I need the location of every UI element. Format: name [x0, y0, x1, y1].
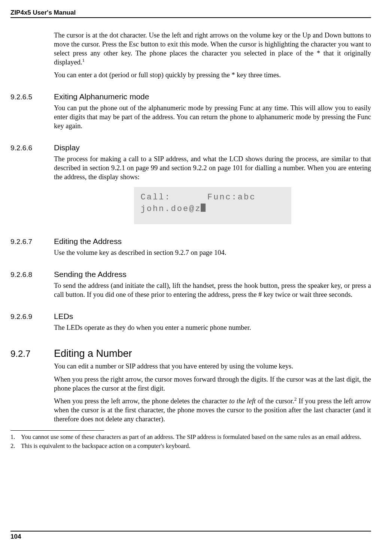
footnote-1-text: You cannot use some of these characters … [21, 433, 361, 441]
footnote-rule [10, 430, 104, 431]
footnote-1: 1. You cannot use some of these characte… [10, 433, 371, 441]
intro-paragraph-2: You can enter a dot (period or full stop… [54, 70, 371, 79]
section-9-2-7-p2: When you press the right arrow, the curs… [54, 375, 371, 393]
section-9-2-6-6-heading: 9.2.6.6 Display [10, 143, 371, 152]
section-number: 9.2.6.8 [10, 271, 54, 279]
section-number: 9.2.6.7 [10, 238, 54, 246]
section-title: Sending the Address [54, 270, 127, 279]
footnote-1-num: 1. [10, 433, 21, 441]
section-number: 9.2.6.5 [10, 93, 54, 101]
lcd-line-1: Call: Func:abc [141, 192, 285, 204]
section-9-2-6-7-body: Use the volume key as described in secti… [54, 248, 371, 257]
section-number: 9.2.6.9 [10, 313, 54, 321]
footnote-ref-2: 2 [294, 396, 297, 401]
section-9-2-7-heading: 9.2.7 Editing a Number [10, 348, 371, 359]
section-9-2-6-5-heading: 9.2.6.5 Exiting Alphanumeric mode [10, 92, 371, 101]
p3-part-b: of the cursor. [256, 397, 294, 405]
p3-italic: to the left [229, 397, 256, 405]
lcd-display: Call: Func:abc john.doe@z [134, 187, 291, 225]
footnotes: 1. You cannot use some of these characte… [10, 433, 371, 451]
section-number: 9.2.6.6 [10, 144, 54, 152]
header-rule [10, 17, 371, 18]
footnote-2-text: This is equivalent to the backspace acti… [21, 442, 190, 450]
intro-p1-text: The cursor is at the dot character. Use … [54, 31, 371, 66]
section-9-2-6-7-heading: 9.2.6.7 Editing the Address [10, 237, 371, 246]
section-9-2-6-6-body: The process for making a call to a SIP a… [54, 154, 371, 181]
footnote-2-num: 2. [10, 442, 21, 450]
section-number: 9.2.7 [10, 349, 54, 359]
intro-paragraph-1: The cursor is at the dot character. Use … [54, 31, 371, 67]
section-title: LEDs [54, 312, 73, 321]
running-header: ZIP4x5 User's Manual [10, 9, 371, 16]
section-9-2-6-5-body: You can put the phone out of the alphanu… [54, 103, 371, 130]
footnote-ref-1: 1 [82, 57, 85, 63]
section-title: Editing the Address [54, 237, 122, 246]
page-footer: 104 [10, 531, 371, 541]
section-9-2-7-p3: When you press the left arrow, the phone… [54, 397, 371, 424]
footer-rule [10, 531, 371, 532]
lcd-cursor-icon [201, 204, 206, 212]
p3-part-a: When you press the left arrow, the phone… [54, 397, 229, 405]
section-title: Display [54, 143, 80, 152]
section-9-2-7-p1: You can edit a number or SIP address tha… [54, 362, 371, 371]
section-title: Editing a Number [54, 348, 132, 359]
page-number: 104 [10, 533, 371, 541]
lcd-line-2: john.doe@z [141, 203, 285, 215]
section-9-2-6-9-body: The LEDs operate as they do when you ent… [54, 323, 371, 332]
lcd-line-2-text: john.doe@z [141, 204, 201, 214]
section-9-2-6-9-heading: 9.2.6.9 LEDs [10, 312, 371, 321]
footnote-2: 2. This is equivalent to the backspace a… [10, 442, 371, 450]
section-title: Exiting Alphanumeric mode [54, 92, 149, 101]
section-9-2-6-8-body: To send the address (and initiate the ca… [54, 281, 371, 299]
section-9-2-6-8-heading: 9.2.6.8 Sending the Address [10, 270, 371, 279]
